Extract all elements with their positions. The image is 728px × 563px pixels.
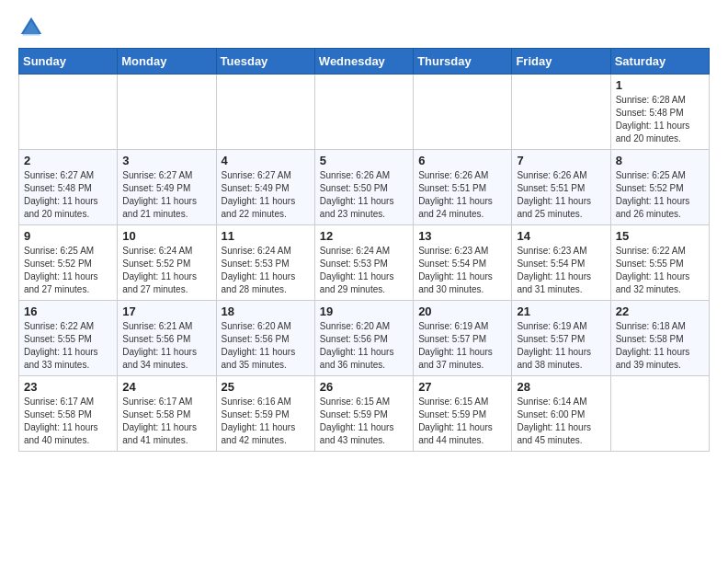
day-number: 28 [517,380,605,394]
calendar-cell: 3Sunrise: 6:27 AM Sunset: 5:49 PM Daylig… [118,150,216,225]
header [18,15,710,40]
day-number: 18 [222,304,310,318]
day-number: 6 [418,154,506,167]
calendar: SundayMondayTuesdayWednesdayThursdayFrid… [18,48,710,452]
day-number: 17 [122,304,210,318]
day-info: Sunrise: 6:24 AM Sunset: 5:53 PM Dayligh… [320,245,408,296]
day-info: Sunrise: 6:20 AM Sunset: 5:56 PM Dayligh… [320,320,408,372]
day-info: Sunrise: 6:26 AM Sunset: 5:51 PM Dayligh… [517,169,605,221]
calendar-cell: 7Sunrise: 6:26 AM Sunset: 5:51 PM Daylig… [512,150,610,225]
day-number: 11 [222,229,310,243]
calendar-cell: 25Sunrise: 6:16 AM Sunset: 5:59 PM Dayli… [216,376,314,452]
day-number: 15 [616,229,704,243]
day-info: Sunrise: 6:19 AM Sunset: 5:57 PM Dayligh… [418,320,506,372]
day-info: Sunrise: 6:23 AM Sunset: 5:54 PM Dayligh… [517,245,605,296]
calendar-cell [512,75,610,150]
day-info: Sunrise: 6:17 AM Sunset: 5:58 PM Dayligh… [122,396,210,447]
day-number: 25 [222,380,310,394]
calendar-cell: 15Sunrise: 6:22 AM Sunset: 5:55 PM Dayli… [610,225,709,301]
day-header-saturday: Saturday [610,49,709,75]
calendar-cell: 23Sunrise: 6:17 AM Sunset: 5:58 PM Dayli… [19,376,118,452]
day-info: Sunrise: 6:24 AM Sunset: 5:53 PM Dayligh… [222,245,310,296]
day-number: 3 [122,154,210,167]
day-header-monday: Monday [118,49,216,75]
calendar-cell: 8Sunrise: 6:25 AM Sunset: 5:52 PM Daylig… [610,150,709,225]
calendar-cell: 19Sunrise: 6:20 AM Sunset: 5:56 PM Dayli… [314,301,413,376]
calendar-cell: 27Sunrise: 6:15 AM Sunset: 5:59 PM Dayli… [414,376,512,452]
day-info: Sunrise: 6:18 AM Sunset: 5:58 PM Dayligh… [616,320,704,372]
day-number: 5 [320,154,408,167]
day-number: 2 [24,154,112,167]
day-info: Sunrise: 6:17 AM Sunset: 5:58 PM Dayligh… [24,396,112,447]
calendar-cell [118,75,216,150]
day-header-sunday: Sunday [19,49,118,75]
day-number: 12 [320,229,408,243]
calendar-cell: 12Sunrise: 6:24 AM Sunset: 5:53 PM Dayli… [314,225,413,301]
day-number: 9 [24,229,112,243]
day-number: 4 [222,154,310,167]
day-info: Sunrise: 6:26 AM Sunset: 5:50 PM Dayligh… [320,169,408,221]
day-number: 19 [320,304,408,318]
day-info: Sunrise: 6:22 AM Sunset: 5:55 PM Dayligh… [616,245,704,296]
day-info: Sunrise: 6:21 AM Sunset: 5:56 PM Dayligh… [122,320,210,372]
calendar-cell: 2Sunrise: 6:27 AM Sunset: 5:48 PM Daylig… [19,150,118,225]
calendar-cell [314,75,413,150]
calendar-cell: 13Sunrise: 6:23 AM Sunset: 5:54 PM Dayli… [414,225,512,301]
day-header-wednesday: Wednesday [314,49,413,75]
day-info: Sunrise: 6:16 AM Sunset: 5:59 PM Dayligh… [222,396,310,447]
day-number: 13 [418,229,506,243]
day-number: 21 [517,304,605,318]
calendar-cell: 24Sunrise: 6:17 AM Sunset: 5:58 PM Dayli… [118,376,216,452]
day-info: Sunrise: 6:23 AM Sunset: 5:54 PM Dayligh… [418,245,506,296]
calendar-cell: 20Sunrise: 6:19 AM Sunset: 5:57 PM Dayli… [414,301,512,376]
day-info: Sunrise: 6:19 AM Sunset: 5:57 PM Dayligh… [517,320,605,372]
day-number: 27 [418,380,506,394]
calendar-cell: 16Sunrise: 6:22 AM Sunset: 5:55 PM Dayli… [19,301,118,376]
day-info: Sunrise: 6:26 AM Sunset: 5:51 PM Dayligh… [418,169,506,221]
calendar-cell: 1Sunrise: 6:28 AM Sunset: 5:48 PM Daylig… [610,75,709,150]
day-header-thursday: Thursday [414,49,512,75]
day-number: 23 [24,380,112,394]
logo-icon [18,15,44,40]
day-number: 1 [616,78,704,92]
calendar-week-row: 1Sunrise: 6:28 AM Sunset: 5:48 PM Daylig… [19,75,710,150]
day-info: Sunrise: 6:20 AM Sunset: 5:56 PM Dayligh… [222,320,310,372]
logo [18,15,48,40]
day-number: 8 [616,154,704,167]
calendar-cell: 28Sunrise: 6:14 AM Sunset: 6:00 PM Dayli… [512,376,610,452]
calendar-cell: 6Sunrise: 6:26 AM Sunset: 5:51 PM Daylig… [414,150,512,225]
day-header-friday: Friday [512,49,610,75]
calendar-cell: 9Sunrise: 6:25 AM Sunset: 5:52 PM Daylig… [19,225,118,301]
day-info: Sunrise: 6:27 AM Sunset: 5:49 PM Dayligh… [122,169,210,221]
calendar-cell [19,75,118,150]
day-number: 14 [517,229,605,243]
calendar-cell: 11Sunrise: 6:24 AM Sunset: 5:53 PM Dayli… [216,225,314,301]
calendar-cell: 5Sunrise: 6:26 AM Sunset: 5:50 PM Daylig… [314,150,413,225]
day-number: 26 [320,380,408,394]
day-info: Sunrise: 6:25 AM Sunset: 5:52 PM Dayligh… [24,245,112,296]
day-info: Sunrise: 6:27 AM Sunset: 5:48 PM Dayligh… [24,169,112,221]
day-number: 10 [122,229,210,243]
day-info: Sunrise: 6:22 AM Sunset: 5:55 PM Dayligh… [24,320,112,372]
day-info: Sunrise: 6:14 AM Sunset: 6:00 PM Dayligh… [517,396,605,447]
day-number: 16 [24,304,112,318]
day-info: Sunrise: 6:27 AM Sunset: 5:49 PM Dayligh… [222,169,310,221]
day-info: Sunrise: 6:15 AM Sunset: 5:59 PM Dayligh… [418,396,506,447]
day-number: 24 [122,380,210,394]
day-info: Sunrise: 6:24 AM Sunset: 5:52 PM Dayligh… [122,245,210,296]
calendar-week-row: 16Sunrise: 6:22 AM Sunset: 5:55 PM Dayli… [19,301,710,376]
calendar-cell: 26Sunrise: 6:15 AM Sunset: 5:59 PM Dayli… [314,376,413,452]
calendar-cell [610,376,709,452]
calendar-cell: 22Sunrise: 6:18 AM Sunset: 5:58 PM Dayli… [610,301,709,376]
calendar-cell [414,75,512,150]
calendar-week-row: 23Sunrise: 6:17 AM Sunset: 5:58 PM Dayli… [19,376,710,452]
calendar-cell: 18Sunrise: 6:20 AM Sunset: 5:56 PM Dayli… [216,301,314,376]
calendar-cell: 14Sunrise: 6:23 AM Sunset: 5:54 PM Dayli… [512,225,610,301]
calendar-cell: 4Sunrise: 6:27 AM Sunset: 5:49 PM Daylig… [216,150,314,225]
day-info: Sunrise: 6:25 AM Sunset: 5:52 PM Dayligh… [616,169,704,221]
day-header-tuesday: Tuesday [216,49,314,75]
calendar-cell: 17Sunrise: 6:21 AM Sunset: 5:56 PM Dayli… [118,301,216,376]
day-number: 7 [517,154,605,167]
calendar-cell [216,75,314,150]
calendar-week-row: 2Sunrise: 6:27 AM Sunset: 5:48 PM Daylig… [19,150,710,225]
